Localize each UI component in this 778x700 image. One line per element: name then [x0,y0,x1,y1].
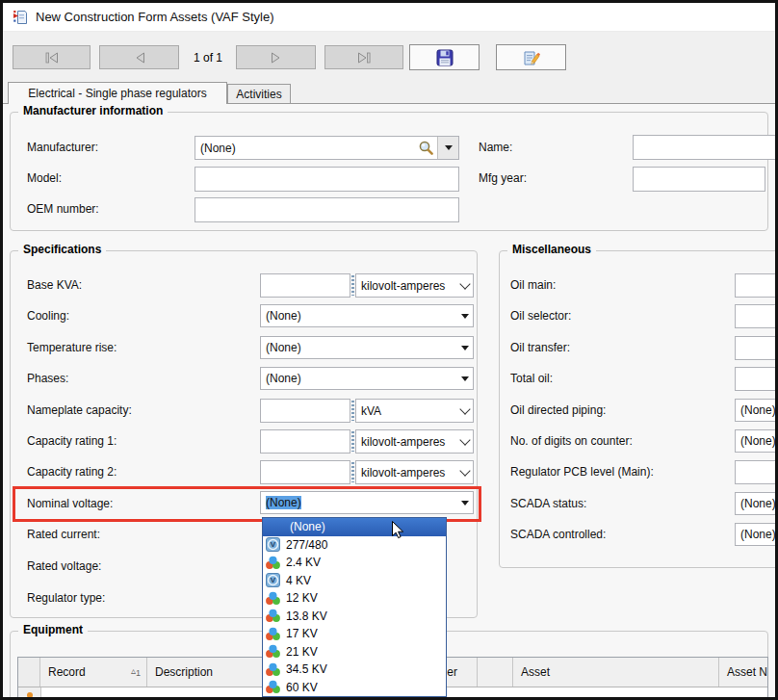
tab-strip: Electrical - Single phase regulators Act… [3,82,775,103]
column-header-blank[interactable] [478,658,513,687]
dropdown-option-17-kv[interactable]: 17 KV [263,625,446,643]
base-kva-field[interactable] [260,273,350,298]
capacity-rating-2-field[interactable] [260,460,350,484]
record-counter: 1 of 1 [182,45,234,69]
tab-electrical-single-phase-regulators[interactable]: Electrical - Single phase regulators [8,82,227,104]
dropdown-option-21-kv[interactable]: 21 KV [263,643,446,661]
app-window: New Construction Form Assets (VAF Style)… [0,0,778,700]
unit-value: kilovolt-amperes [356,279,456,293]
dropdown-option-4-kv[interactable]: V 4 KV [263,572,446,590]
unit-value: kilovolt-amperes [356,435,456,449]
capacity-rating-1-unit-combobox[interactable]: kilovolt-amperes [355,429,474,454]
base-kva-unit-combobox[interactable]: kilovolt-amperes [355,273,474,298]
regulator-pcb-level-field[interactable] [735,460,778,484]
column-header-record[interactable]: Record ▵1 [40,658,147,687]
nominal-voltage-combobox[interactable]: (None) [260,491,474,514]
chevron-down-icon[interactable] [456,461,473,483]
chevron-down-icon[interactable] [456,430,473,453]
chevron-down-icon[interactable] [456,274,473,297]
scada-controlled-label: SCADA controlled: [510,523,606,546]
oil-transfer-field[interactable] [735,336,778,360]
scada-controlled-combobox[interactable]: (None) [735,523,778,546]
option-label: 17 KV [286,627,318,640]
oem-number-field[interactable] [194,197,459,222]
spheres-icon [266,680,281,694]
capacity-rating-2-label: Capacity rating 2: [27,460,117,483]
mfg-year-field[interactable] [633,167,765,192]
chevron-down-icon[interactable] [456,400,473,422]
chevron-down-icon[interactable] [456,492,473,513]
manufacturer-value: (None) [195,142,418,155]
scada-status-combobox[interactable]: (None) [735,492,778,515]
gripper-dots [351,275,354,296]
temperature-rise-label: Temperature rise: [27,336,117,359]
chevron-down-icon[interactable] [437,137,458,159]
note-pencil-icon [522,49,540,66]
column-header-asset-name[interactable]: Asset Na [719,658,767,687]
next-record-button[interactable] [236,45,316,69]
sort-ascending-icon: ▵1 [131,666,141,678]
dropdown-option-277-480[interactable]: V 277/480 [263,536,446,555]
search-icon[interactable] [418,140,437,156]
previous-record-button[interactable] [99,45,179,69]
spheres-icon [266,644,281,659]
name-field[interactable] [633,135,777,160]
dropdown-option-none[interactable]: (None) [263,518,446,536]
rated-voltage-label: Rated voltage: [27,555,101,578]
oil-selector-field[interactable] [735,304,778,328]
chevron-down-icon[interactable] [456,305,473,326]
capacity-rating-1-field[interactable] [260,429,350,454]
save-icon [436,49,454,66]
nameplate-capacity-field[interactable] [260,399,350,423]
value: (None) [736,403,778,417]
capacity-rating-1-label: Capacity rating 1: [27,429,117,453]
first-record-icon [44,52,60,64]
last-record-button[interactable] [324,45,403,69]
column-label: er [447,659,457,687]
nameplate-capacity-unit-combobox[interactable]: kVA [355,399,474,423]
assign-activity-button[interactable] [496,44,566,70]
phases-combobox[interactable]: (None) [260,367,474,390]
dropdown-option-34-5-kv[interactable]: 34.5 KV [263,661,446,679]
mfg-year-label: Mfg year: [479,167,527,190]
cooling-value: (None) [261,309,456,323]
digits-on-counter-combobox[interactable]: (None) [735,429,778,453]
save-button[interactable] [409,44,480,70]
tab-activities[interactable]: Activities [227,84,291,103]
voltage-badge-icon: V [266,537,281,552]
option-label: 4 KV [286,574,311,587]
dropdown-option-13-8-kv[interactable]: 13.8 KV [263,608,446,626]
model-field[interactable] [194,167,459,192]
column-header-asset[interactable]: Asset [513,658,719,687]
cooling-combobox[interactable]: (None) [260,304,474,327]
nominal-voltage-label: Nominal voltage: [27,492,113,515]
spheres-icon [266,609,281,623]
dropdown-option-12-kv[interactable]: 12 KV [263,589,446,608]
spheres-icon [266,556,281,570]
chevron-down-icon[interactable] [456,337,473,358]
gripper-dots [351,431,354,452]
first-record-button[interactable] [13,45,91,69]
regulator-type-label: Regulator type: [27,586,105,609]
oil-directed-piping-combobox[interactable]: (None) [735,399,778,422]
oil-main-field[interactable] [735,273,778,298]
tab-label: Activities [236,88,281,101]
name-label: Name: [479,136,512,159]
manufacturer-combobox[interactable]: (None) [194,136,459,160]
voltage-badge-icon: V [266,573,281,587]
capacity-rating-2-unit-combobox[interactable]: kilovolt-amperes [355,460,474,484]
dropdown-option-60-kv[interactable]: 60 KV [263,679,446,697]
oil-main-label: Oil main: [510,273,556,297]
regulator-pcb-level-label: Regulator PCB level (Main): [510,460,654,483]
dropdown-option-2-4-kv[interactable]: 2.4 KV [263,554,446,572]
value: (None) [736,434,778,448]
temperature-rise-combobox[interactable]: (None) [260,336,474,359]
chevron-down-icon[interactable] [456,368,473,389]
row-selector-cell[interactable] [18,687,41,700]
option-label: 12 KV [286,591,318,605]
total-oil-field[interactable] [735,367,778,391]
gripper-dots [351,401,354,421]
option-label: 13.8 KV [286,609,327,623]
option-label: 60 KV [286,681,318,694]
spheres-icon [266,591,281,606]
